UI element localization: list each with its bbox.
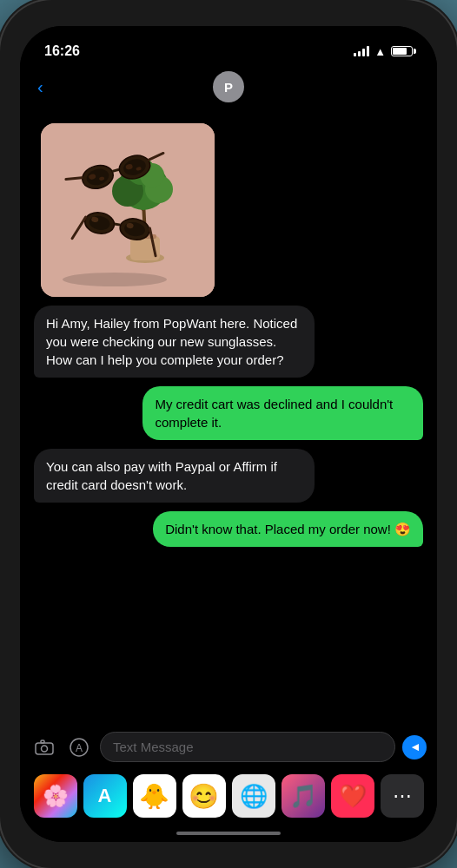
music-icon: 🎵 [289, 783, 317, 810]
bubble-outgoing-2: Didn't know that. Placed my order now! 😍 [153, 511, 423, 547]
nav-bar: ‹ P [20, 64, 437, 109]
message-row: Hi Amy, Hailey from PopWant here. Notice… [34, 306, 423, 378]
bubble-incoming-1: Hi Amy, Hailey from PopWant here. Notice… [34, 306, 315, 378]
bubble-outgoing-1: My credit cart was declined and I couldn… [142, 386, 423, 440]
avatar[interactable]: P [213, 71, 244, 102]
more-icon: ⋯ [393, 785, 412, 807]
svg-point-34 [42, 746, 48, 752]
phone-screen: 16:26 ▲ ‹ P [20, 26, 437, 842]
bubble-text: You can also pay with Paypal or Affirm i… [46, 459, 277, 492]
input-area: A Text Message ▲ [20, 725, 437, 769]
send-arrow-icon: ▲ [407, 741, 421, 753]
dock-memoji1-app[interactable]: 🐥 [133, 774, 176, 818]
bubble-text: My credit cart was declined and I couldn… [155, 397, 393, 430]
status-time: 16:26 [44, 43, 80, 59]
dock-memoji2-app[interactable]: 😊 [182, 774, 226, 818]
send-button[interactable]: ▲ [402, 735, 427, 760]
memoji2-icon: 😊 [189, 782, 219, 811]
dock-globe-app[interactable]: 🌐 [232, 774, 275, 818]
svg-point-32 [63, 273, 167, 286]
notch [163, 26, 294, 50]
message-row: My credit cart was declined and I couldn… [34, 386, 423, 440]
dock-photos-app[interactable]: 🌸 [34, 774, 77, 818]
svg-text:A: A [76, 742, 83, 754]
appstore-icon: A [98, 785, 112, 807]
message-row: You can also pay with Paypal or Affirm i… [34, 449, 423, 503]
photos-icon: 🌸 [43, 784, 69, 808]
home-indicator [20, 832, 437, 842]
app-dock: 🌸 A 🐥 😊 🌐 🎵 ❤️ ⋯ [20, 769, 437, 832]
dock-more-app[interactable]: ⋯ [381, 774, 424, 818]
messages-area: Hi Amy, Hailey from PopWant here. Notice… [20, 109, 437, 725]
svg-line-14 [112, 169, 119, 171]
wifi-icon: ▲ [374, 45, 386, 58]
apps-button[interactable]: A [65, 733, 93, 761]
message-row [34, 123, 423, 297]
product-image [41, 123, 215, 297]
phone-frame: 16:26 ▲ ‹ P [0, 0, 457, 868]
heart-icon: ❤️ [339, 783, 367, 810]
bubble-text: Didn't know that. Placed my order now! 😍 [165, 522, 411, 536]
home-bar [176, 832, 281, 835]
message-input-wrap[interactable]: Text Message [100, 732, 395, 762]
memoji1-icon: 🐥 [139, 782, 169, 811]
bubble-text: Hi Amy, Hailey from PopWant here. Notice… [46, 316, 297, 367]
message-input-placeholder: Text Message [113, 740, 194, 754]
svg-rect-33 [36, 743, 53, 754]
svg-rect-35 [41, 740, 44, 743]
svg-rect-0 [41, 123, 215, 297]
product-image-container [41, 123, 215, 297]
camera-button[interactable] [30, 733, 58, 761]
svg-line-25 [115, 224, 121, 225]
status-icons: ▲ [354, 45, 413, 58]
message-row: Didn't know that. Placed my order now! 😍 [34, 511, 423, 547]
dock-appstore-app[interactable]: A [83, 774, 127, 818]
bubble-incoming-2: You can also pay with Paypal or Affirm i… [34, 449, 315, 503]
dock-heart-app[interactable]: ❤️ [331, 774, 374, 818]
signal-icon [354, 46, 369, 56]
globe-icon: 🌐 [240, 783, 268, 810]
back-button[interactable]: ‹ [37, 77, 43, 97]
dock-music-app[interactable]: 🎵 [281, 774, 325, 818]
battery-icon [391, 46, 413, 56]
